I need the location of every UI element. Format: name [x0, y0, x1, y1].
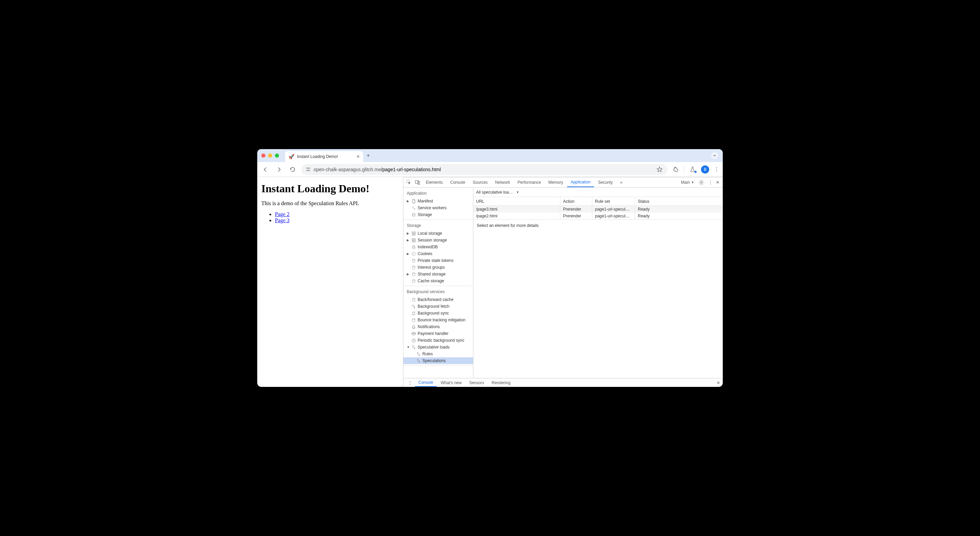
sidebar-item-bg-fetch[interactable]: Background fetch: [403, 303, 473, 310]
sidebar-item-local-storage[interactable]: ▶Local storage: [403, 230, 473, 237]
svg-point-1: [308, 167, 309, 169]
tab-application[interactable]: Application: [567, 177, 594, 187]
window-minimize-button[interactable]: [268, 154, 272, 157]
tab-overflow-button[interactable]: [711, 152, 718, 159]
section-background: Background services: [403, 287, 473, 296]
sidebar-item-bfcache[interactable]: Back/forward cache: [403, 296, 473, 303]
table-row[interactable]: /page3.html Prerender page1-url-specul… …: [473, 206, 723, 213]
svg-point-21: [412, 272, 415, 274]
tab-close-button[interactable]: ✕: [356, 154, 360, 159]
sidebar-item-private-tokens[interactable]: Private state tokens: [403, 257, 473, 264]
table-row[interactable]: /page2.html Prerender page1-url-specul… …: [473, 213, 723, 219]
bell-icon: [411, 325, 416, 329]
target-dropdown[interactable]: Main▼: [681, 180, 694, 185]
sidebar-item-bounce[interactable]: Bounce tracking mitigation: [403, 317, 473, 323]
svg-point-19: [412, 259, 415, 260]
tab-performance[interactable]: Performance: [514, 177, 544, 187]
drawer-tab-console[interactable]: Console: [415, 379, 437, 387]
tab-memory[interactable]: Memory: [545, 177, 566, 187]
devtools-sidebar: Application ▶Manifest Service workers St…: [403, 188, 473, 378]
sidebar-item-bg-sync[interactable]: Background sync: [403, 310, 473, 317]
transfer-icon: [416, 352, 421, 356]
devtools-panel: Elements Console Sources Network Perform…: [403, 177, 723, 387]
sidebar-item-storage[interactable]: Storage: [403, 211, 473, 218]
drawer-tab-whatsnew[interactable]: What's new: [438, 379, 465, 387]
sidebar-item-speculations[interactable]: Speculations: [403, 357, 473, 364]
drawer-tab-rendering[interactable]: Rendering: [488, 379, 514, 387]
profile-avatar[interactable]: B: [701, 165, 709, 173]
sidebar-item-cache-storage[interactable]: Cache storage: [403, 278, 473, 284]
svg-rect-7: [415, 180, 418, 183]
back-button[interactable]: [261, 165, 270, 174]
page-content: Instant Loading Demo! This is a demo of …: [257, 177, 403, 387]
svg-point-12: [412, 213, 415, 214]
page-link[interactable]: Page 2: [275, 211, 290, 217]
page-link[interactable]: Page 3: [275, 217, 290, 223]
inspect-element-icon[interactable]: [405, 180, 413, 185]
device-toolbar-icon[interactable]: [414, 180, 422, 185]
sidebar-item-manifest[interactable]: ▶Manifest: [403, 198, 473, 205]
svg-rect-2: [309, 168, 310, 168]
extensions-button[interactable]: [671, 167, 679, 173]
sidebar-item-indexeddb[interactable]: IndexedDB: [403, 243, 473, 250]
cookie-icon: [411, 252, 416, 256]
sidebar-item-cookies[interactable]: ▶Cookies: [403, 250, 473, 257]
sync-icon: [411, 311, 416, 316]
reload-button[interactable]: [288, 165, 298, 174]
drawer-tab-sensors[interactable]: Sensors: [466, 379, 488, 387]
site-settings-icon[interactable]: [305, 167, 311, 172]
list-item: Page 3: [275, 217, 399, 224]
tab-network[interactable]: Network: [492, 177, 514, 187]
table-header: URL Action Rule set Status: [473, 197, 723, 206]
settings-icon[interactable]: [698, 179, 705, 186]
tab-console[interactable]: Console: [447, 177, 469, 187]
database-icon: [411, 258, 416, 263]
sidebar-item-payment[interactable]: Payment handler: [403, 330, 473, 337]
tabs-overflow-button[interactable]: »: [617, 177, 626, 187]
grid-icon: [411, 231, 416, 236]
sidebar-item-notifications[interactable]: Notifications: [403, 323, 473, 330]
window-maximize-button[interactable]: [275, 154, 279, 157]
col-status[interactable]: Status: [635, 197, 723, 205]
more-menu-button[interactable]: ⋮: [714, 166, 719, 173]
sidebar-item-speculative-loads[interactable]: ▼Speculative loads: [403, 344, 473, 350]
more-icon[interactable]: ⋮: [708, 180, 713, 185]
document-icon: [411, 199, 416, 204]
col-action[interactable]: Action: [560, 197, 592, 205]
sidebar-item-periodic-sync[interactable]: Periodic background sync: [403, 337, 473, 344]
speculations-table: URL Action Rule set Status /page3.html P…: [473, 197, 723, 220]
bookmark-button[interactable]: [656, 167, 663, 173]
window-close-button[interactable]: [261, 154, 266, 157]
new-tab-button[interactable]: +: [363, 153, 373, 159]
svg-rect-25: [412, 332, 415, 335]
sidebar-item-session-storage[interactable]: ▶Session storage: [403, 237, 473, 243]
database-icon: [411, 279, 416, 283]
tab-sources[interactable]: Sources: [469, 177, 491, 187]
svg-point-22: [412, 279, 415, 280]
url-text: open-chalk-asparagus.glitch.me/page1-url…: [313, 167, 653, 172]
address-bar[interactable]: open-chalk-asparagus.glitch.me/page1-url…: [301, 164, 667, 175]
drawer-more-button[interactable]: ⋮: [406, 380, 414, 385]
clock-icon: [411, 338, 416, 343]
browser-tab[interactable]: 🚀 Instant Loading Demo! ✕: [285, 151, 363, 162]
labs-button[interactable]: [689, 167, 696, 173]
close-devtools-button[interactable]: ✕: [716, 180, 719, 185]
tab-security[interactable]: Security: [595, 177, 616, 187]
grid-icon: [411, 238, 416, 243]
svg-point-24: [412, 318, 415, 319]
devtools-tab-bar: Elements Console Sources Network Perform…: [403, 177, 723, 188]
svg-point-18: [414, 254, 414, 254]
svg-point-17: [413, 253, 413, 253]
sidebar-item-rules[interactable]: Rules: [403, 350, 473, 357]
sidebar-item-service-workers[interactable]: Service workers: [403, 205, 473, 211]
filter-dropdown[interactable]: All speculative loa… ▼: [476, 190, 519, 195]
sidebar-item-interest-groups[interactable]: Interest groups: [403, 264, 473, 271]
forward-button[interactable]: [274, 165, 284, 174]
tab-elements[interactable]: Elements: [422, 177, 446, 187]
gears-icon: [411, 206, 416, 210]
col-ruleset[interactable]: Rule set: [592, 197, 635, 205]
drawer-close-button[interactable]: ✕: [717, 380, 720, 385]
sidebar-item-shared-storage[interactable]: ▶Shared storage: [403, 271, 473, 278]
col-url[interactable]: URL: [473, 197, 560, 205]
details-pane: Select an element for more details: [473, 220, 723, 378]
